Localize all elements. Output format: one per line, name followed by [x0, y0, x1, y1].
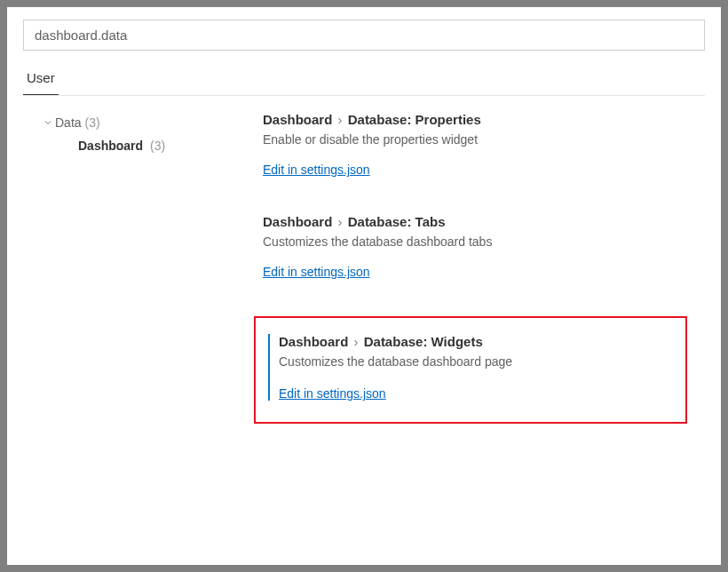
- settings-list: Dashboard › Database: Properties Enable …: [254, 112, 705, 424]
- setting-description: Customizes the database dashboard tabs: [263, 234, 687, 249]
- setting-description: Enable or disable the properties widget: [263, 132, 687, 147]
- setting-widgets: Dashboard › Database: Widgets Customizes…: [268, 334, 673, 401]
- separator-icon: ›: [354, 334, 359, 349]
- setting-path-seg: Database:: [364, 334, 428, 349]
- setting-tabs: Dashboard › Database: Tabs Customizes th…: [254, 214, 687, 279]
- setting-name: Properties: [415, 112, 481, 127]
- setting-path-seg: Dashboard: [263, 214, 332, 229]
- setting-path-seg: Database:: [348, 214, 412, 229]
- setting-path-seg: Dashboard: [279, 334, 348, 349]
- separator-icon: ›: [338, 112, 343, 127]
- content-area: Data (3) Dashboard (3) Dashboard › Datab…: [23, 112, 705, 424]
- settings-window: User Data (3) Dashboard (3) Dashboard ›: [7, 7, 721, 565]
- sidebar-group-data[interactable]: Data (3): [41, 112, 254, 133]
- separator-icon: ›: [338, 214, 343, 229]
- edit-settings-json-link[interactable]: Edit in settings.json: [263, 163, 370, 177]
- edit-settings-json-link[interactable]: Edit in settings.json: [263, 265, 370, 279]
- setting-path-seg: Dashboard: [263, 112, 332, 127]
- sidebar-item-count: (3): [150, 139, 165, 153]
- setting-name: Widgets: [431, 334, 483, 349]
- sidebar-item-label: Dashboard: [78, 139, 143, 153]
- edit-settings-json-link[interactable]: Edit in settings.json: [279, 386, 386, 401]
- setting-description: Customizes the database dashboard page: [279, 354, 673, 369]
- setting-name: Tabs: [415, 214, 446, 229]
- chevron-down-icon: [41, 117, 55, 128]
- sidebar-group-label: Data: [55, 115, 82, 130]
- search-input[interactable]: [23, 20, 705, 51]
- setting-title: Dashboard › Database: Properties: [263, 112, 687, 127]
- tabs-bar: User: [23, 63, 705, 96]
- sidebar: Data (3) Dashboard (3): [23, 112, 254, 424]
- setting-path-seg: Database:: [348, 112, 412, 127]
- highlight-annotation: Dashboard › Database: Widgets Customizes…: [254, 316, 687, 424]
- sidebar-group-count: (3): [85, 115, 100, 130]
- setting-title: Dashboard › Database: Widgets: [279, 334, 673, 349]
- setting-title: Dashboard › Database: Tabs: [263, 214, 687, 229]
- setting-properties: Dashboard › Database: Properties Enable …: [254, 112, 687, 177]
- tab-user[interactable]: User: [23, 63, 59, 95]
- sidebar-item-dashboard[interactable]: Dashboard (3): [41, 133, 254, 153]
